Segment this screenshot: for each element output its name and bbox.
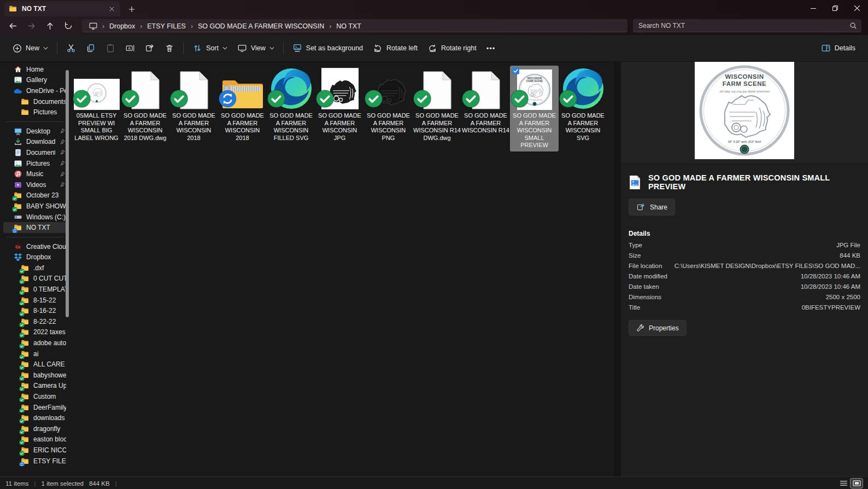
sidebar-item[interactable]: Gallery xyxy=(3,75,66,86)
file-tile[interactable]: SO GOD MADE A FARMER WISCONSIN R14 DWG.d… xyxy=(413,66,461,144)
sidebar-item[interactable]: Documents xyxy=(3,96,66,107)
set-background-button[interactable]: Set as background xyxy=(288,39,368,57)
sidebar-item[interactable]: ALL CARE xyxy=(3,359,66,370)
share-button[interactable]: Share xyxy=(629,199,675,216)
details-row-value: 2500 x 2500 xyxy=(826,294,860,300)
paste-button[interactable] xyxy=(101,39,120,57)
explorer-tab[interactable]: NO TXT xyxy=(4,1,120,16)
breadcrumb-item[interactable]: ETSY FILES xyxy=(143,22,190,31)
sidebar-item[interactable]: 8-16-22 xyxy=(3,305,66,316)
sidebar-item[interactable]: Music xyxy=(3,168,66,179)
ellipsis-icon: ••• xyxy=(486,44,496,53)
cut-button[interactable] xyxy=(61,39,81,57)
file-tile[interactable]: 0SMALL ETSY PREVIEW WI SMALL BIG LABEL W… xyxy=(72,66,121,144)
sidebar-item[interactable]: 0 CUT CUT CUT xyxy=(3,273,66,284)
tab-close-icon[interactable] xyxy=(107,4,116,13)
details-pane-button[interactable]: Details xyxy=(816,39,860,57)
file-tile[interactable]: SO GOD MADE A FARMER WISCONSIN 2018 xyxy=(218,66,267,144)
thumb-etsy-icon xyxy=(73,67,120,110)
sidebar-scrollbar[interactable] xyxy=(66,70,69,317)
file-tile[interactable]: WISCONSINFARM SCENE30" X 32" with .013" … xyxy=(510,66,559,152)
share-toolbar-button[interactable] xyxy=(140,39,160,57)
sidebar-item[interactable]: NO TXT xyxy=(3,222,66,233)
file-tile[interactable]: SO GOD MADE A FARMER WISCONSIN R14 xyxy=(461,66,510,137)
sidebar-item[interactable]: Desktop xyxy=(3,126,66,137)
selected-checkbox[interactable] xyxy=(512,67,519,74)
sidebar-item[interactable]: Pictures xyxy=(3,107,66,118)
sidebar-item[interactable]: ai xyxy=(3,348,66,359)
properties-button[interactable]: Properties xyxy=(629,320,687,336)
breadcrumb-item[interactable]: SO GOD MADE A FARMER WISCONSIN xyxy=(194,22,328,31)
sidebar-item[interactable]: dragonfly xyxy=(3,423,66,434)
rotate-left-button[interactable]: Rotate left xyxy=(368,39,423,57)
refresh-button[interactable] xyxy=(59,18,78,33)
new-tab-button[interactable] xyxy=(125,2,139,16)
details-row-label: Date taken xyxy=(629,283,659,290)
sidebar-item[interactable]: ERIC NICOLE NI xyxy=(3,445,66,456)
file-tile[interactable]: SO GOD MADE A FARMER WISCONSIN JPG xyxy=(315,66,364,144)
list-view-toggle[interactable] xyxy=(837,479,849,488)
search-box[interactable] xyxy=(633,19,861,32)
sidebar-item[interactable]: downloads from xyxy=(3,412,66,423)
rename-button[interactable]: A xyxy=(120,39,140,57)
file-tile[interactable]: SO GOD MADE A FARMER WISCONSIN PNG xyxy=(364,66,413,144)
sidebar-item[interactable]: Documents xyxy=(3,147,66,158)
file-tile[interactable]: SO GOD MADE A FARMER WISCONSIN SVG xyxy=(559,66,607,144)
minimize-button[interactable] xyxy=(802,0,824,16)
details-pane-icon xyxy=(821,43,831,53)
sidebar-item[interactable]: easton block xyxy=(3,434,66,445)
more-options-button[interactable]: ••• xyxy=(482,39,501,57)
preview-image[interactable]: WISCONSIN FARM SCENE dxf dwg svg png jpg… xyxy=(695,62,794,159)
sort-button[interactable]: Sort xyxy=(187,39,232,57)
new-button[interactable]: New xyxy=(8,39,53,57)
sidebar-item[interactable]: 0 TEMPLATES xyxy=(3,284,66,295)
breadcrumb-item[interactable]: Dropbox xyxy=(105,22,139,31)
delete-button[interactable] xyxy=(160,39,179,57)
sidebar-item[interactable]: Windows (C:) xyxy=(3,212,66,223)
back-button[interactable] xyxy=(3,18,22,33)
up-button[interactable] xyxy=(40,18,59,33)
badge-check-icon xyxy=(267,90,285,108)
sidebar-item[interactable]: Cc Creative Cloud Fi xyxy=(3,241,66,252)
file-name: SO GOD MADE A FARMER WISCONSIN JPG xyxy=(316,112,363,142)
home-icon xyxy=(14,65,22,74)
folder-icon xyxy=(21,317,30,326)
sidebar-item[interactable]: babyshower xyxy=(3,370,66,381)
file-tile[interactable]: SO GOD MADE A FARMER WISCONSIN 2018 DWG.… xyxy=(121,66,169,144)
sidebar-item[interactable]: adobe autosave xyxy=(3,337,66,348)
close-button[interactable] xyxy=(846,0,868,16)
this-pc-icon[interactable] xyxy=(85,21,101,31)
sidebar-item[interactable]: ETSY FILES xyxy=(3,456,66,467)
sidebar-item[interactable]: 8-15-22 xyxy=(3,295,66,306)
copy-button[interactable] xyxy=(81,39,101,57)
restore-button[interactable] xyxy=(824,0,846,16)
sidebar-item[interactable]: Videos xyxy=(3,179,66,190)
file-tile[interactable]: SO GOD MADE A FARMER WISCONSIN FILLED SV… xyxy=(267,66,315,144)
view-button[interactable]: View xyxy=(232,39,279,57)
breadcrumb-item[interactable]: NO TXT xyxy=(332,22,365,31)
file-tile[interactable]: SO GOD MADE A FARMER WISCONSIN 2018 xyxy=(169,66,218,144)
rotate-right-button[interactable]: Rotate right xyxy=(423,39,482,57)
sidebar-item[interactable]: Home xyxy=(3,64,66,75)
breadcrumb[interactable]: › Dropbox › ETSY FILES › SO GOD MADE A F… xyxy=(82,19,627,32)
sidebar-item[interactable]: .dxf xyxy=(3,263,66,273)
large-icons-view-toggle[interactable] xyxy=(851,479,863,488)
sidebar-item[interactable]: Custom xyxy=(3,391,66,402)
sidebar-item[interactable]: October 23 xyxy=(3,190,66,201)
sidebar-item[interactable]: Dropbox xyxy=(3,252,66,263)
sidebar-item[interactable]: 8-22-22 xyxy=(3,316,66,327)
sidebar-item[interactable]: Downloads xyxy=(3,137,66,148)
sidebar-item[interactable]: Pictures xyxy=(3,158,66,169)
forward-button[interactable] xyxy=(22,18,40,33)
sidebar-item[interactable]: BABY SHOWER BI xyxy=(3,201,66,212)
rename-icon: A xyxy=(125,43,135,53)
sidebar-item[interactable]: Camera Uploads xyxy=(3,381,66,392)
details-row-label: Type xyxy=(629,242,642,248)
sidebar-item[interactable]: 2022 taxes xyxy=(3,327,66,338)
sidebar-item[interactable]: OneDrive - Perso xyxy=(3,85,66,96)
gallery-icon xyxy=(14,75,22,84)
folder-icon xyxy=(14,223,22,232)
details-row-label: Dimensions xyxy=(629,294,661,300)
search-input[interactable] xyxy=(637,21,849,30)
sidebar-item[interactable]: DeerFamilyMou xyxy=(3,402,66,413)
